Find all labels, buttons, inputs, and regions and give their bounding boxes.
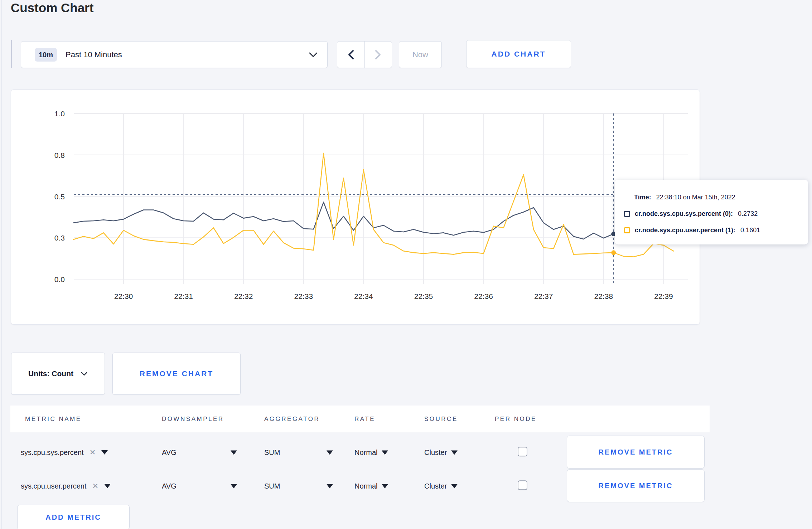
- downsampler-value: AVG: [162, 482, 177, 490]
- tooltip-time-value: 22:38:10 on Mar 15th, 2022: [656, 194, 735, 201]
- x-tick-label: 22:37: [534, 292, 553, 300]
- chevron-left-icon: [348, 50, 354, 60]
- y-tick-label: 0.0: [54, 275, 65, 283]
- x-tick-label: 22:32: [234, 292, 253, 300]
- tooltip-series-value: 0.2732: [738, 210, 758, 218]
- x-tick-label: 22:38: [594, 292, 613, 300]
- time-forward-button[interactable]: [364, 42, 392, 68]
- page-title: Custom Chart: [11, 1, 93, 15]
- chart-svg[interactable]: 0.00.30.50.81.022:3022:3122:3222:3322:34…: [11, 90, 700, 325]
- rate-value: Normal: [354, 482, 377, 490]
- header-rate: RATE: [354, 416, 375, 423]
- header-metric-name: METRIC NAME: [25, 416, 82, 423]
- header-aggregator: AGGREGATOR: [264, 416, 320, 423]
- clear-metric-icon[interactable]: ✕: [92, 482, 98, 490]
- metric-rows: sys.cpu.sys.percent✕AVGSUMNormalClusterR…: [10, 436, 710, 503]
- chevron-right-icon: [375, 50, 381, 60]
- downsampler-select[interactable]: AVG: [162, 482, 237, 490]
- time-back-button[interactable]: [337, 42, 364, 68]
- now-button[interactable]: Now: [399, 41, 442, 68]
- y-tick-label: 0.8: [54, 151, 65, 159]
- downsampler-value: AVG: [162, 448, 177, 457]
- series-swatch-icon: [624, 227, 630, 233]
- rate-select[interactable]: Normal: [354, 482, 388, 490]
- x-tick-label: 22:31: [174, 292, 193, 300]
- dropdown-caret-icon: [327, 450, 333, 455]
- tooltip-series-value: 0.1601: [740, 227, 760, 234]
- units-label: Units: Count: [28, 369, 73, 378]
- y-tick-label: 0.5: [54, 193, 65, 201]
- aggregator-select[interactable]: SUM: [264, 482, 333, 490]
- dropdown-caret-icon: [451, 450, 458, 455]
- chart-card: 0.00.30.50.81.022:3022:3122:3222:3322:34…: [11, 89, 700, 325]
- x-tick-label: 22:35: [414, 292, 433, 300]
- remove-metric-button[interactable]: REMOVE METRIC: [567, 469, 705, 502]
- add-metric-button[interactable]: ADD METRIC: [17, 505, 130, 529]
- dropdown-caret-icon: [382, 450, 388, 455]
- metric-name-value: sys.cpu.user.percent: [21, 482, 86, 490]
- dropdown-caret-icon: [101, 450, 108, 455]
- per-node-checkbox[interactable]: [518, 447, 527, 456]
- source-select[interactable]: Cluster: [424, 482, 458, 490]
- time-range-label: Past 10 Minutes: [66, 50, 122, 59]
- metrics-table-header: METRIC NAME DOWNSAMPLER AGGREGATOR RATE …: [10, 406, 710, 432]
- header-source: SOURCE: [424, 416, 458, 423]
- x-tick-label: 22:34: [354, 292, 373, 300]
- chevron-down-icon: [309, 52, 318, 58]
- toolbar-divider: [11, 40, 12, 68]
- aggregator-value: SUM: [264, 482, 280, 490]
- add-chart-button[interactable]: ADD CHART: [466, 40, 571, 68]
- metric-row: sys.cpu.user.percent✕AVGSUMNormalCluster…: [10, 469, 710, 503]
- time-nav-group: [337, 41, 392, 68]
- rate-select[interactable]: Normal: [354, 448, 388, 457]
- metric-name-select[interactable]: sys.cpu.user.percent✕: [21, 482, 111, 490]
- chart-tooltip: Time: 22:38:10 on Mar 15th, 2022 cr.node…: [615, 180, 808, 244]
- remove-metric-button[interactable]: REMOVE METRIC: [567, 436, 705, 469]
- downsampler-select[interactable]: AVG: [162, 448, 237, 457]
- metric-row: sys.cpu.sys.percent✕AVGSUMNormalClusterR…: [10, 436, 710, 469]
- time-window-badge: 10m: [35, 48, 57, 62]
- header-downsampler: DOWNSAMPLER: [162, 416, 224, 423]
- rate-value: Normal: [354, 448, 377, 457]
- source-value: Cluster: [424, 482, 447, 490]
- custom-chart-page: Custom Chart 10m Past 10 Minutes Now ADD…: [0, 0, 812, 529]
- aggregator-select[interactable]: SUM: [264, 448, 333, 457]
- dropdown-caret-icon: [231, 484, 237, 488]
- dropdown-caret-icon: [231, 450, 237, 455]
- page-left-edge: [1, 0, 2, 529]
- series-swatch-icon: [624, 211, 630, 217]
- tooltip-series-row: cr.node.sys.cpu.sys.percent (0): 0.2732: [624, 205, 808, 222]
- y-tick-label: 0.3: [54, 234, 65, 242]
- per-node-checkbox[interactable]: [518, 480, 527, 490]
- metrics-table: METRIC NAME DOWNSAMPLER AGGREGATOR RATE …: [10, 406, 710, 529]
- source-select[interactable]: Cluster: [424, 448, 458, 457]
- dropdown-caret-icon: [104, 484, 111, 488]
- dropdown-caret-icon: [327, 484, 333, 488]
- header-per-node: PER NODE: [495, 416, 537, 423]
- chevron-down-icon: [81, 372, 88, 376]
- tooltip-time-label: Time:: [634, 194, 651, 201]
- metric-name-select[interactable]: sys.cpu.sys.percent✕: [21, 448, 108, 457]
- clear-metric-icon[interactable]: ✕: [90, 448, 96, 457]
- series-line: [73, 202, 673, 239]
- x-tick-label: 22:30: [114, 292, 133, 300]
- remove-chart-button[interactable]: REMOVE CHART: [112, 353, 241, 395]
- tooltip-series-row: cr.node.sys.cpu.user.percent (1): 0.1601: [624, 222, 808, 238]
- series-line: [73, 153, 673, 257]
- tooltip-series-name: cr.node.sys.cpu.sys.percent (0):: [635, 210, 733, 218]
- dropdown-caret-icon: [382, 484, 388, 488]
- metric-name-value: sys.cpu.sys.percent: [21, 448, 84, 457]
- dropdown-caret-icon: [451, 484, 458, 488]
- x-tick-label: 22:33: [294, 292, 313, 300]
- crosshair-marker-dot: [611, 250, 616, 255]
- source-value: Cluster: [424, 448, 447, 457]
- time-range-select[interactable]: 10m Past 10 Minutes: [21, 41, 328, 68]
- tooltip-series-name: cr.node.sys.cpu.user.percent (1):: [635, 227, 735, 234]
- aggregator-value: SUM: [264, 448, 280, 457]
- x-tick-label: 22:36: [474, 292, 493, 300]
- x-tick-label: 22:39: [654, 292, 673, 300]
- y-tick-label: 1.0: [54, 110, 65, 118]
- units-select[interactable]: Units: Count: [11, 353, 105, 395]
